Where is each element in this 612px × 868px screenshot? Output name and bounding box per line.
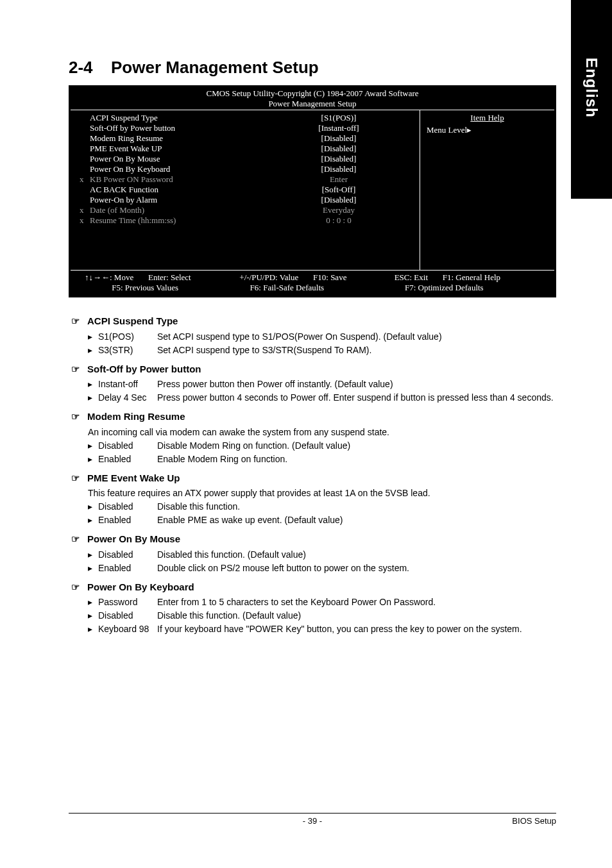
description-section: ☞Power On By Keyboard▸PasswordEnter from…: [69, 580, 556, 637]
bios-option-row[interactable]: Modem Ring Resume[Disabled]: [76, 133, 414, 144]
row-value: [S1(POS)]: [263, 113, 414, 123]
hand-icon: ☞: [71, 410, 80, 424]
row-mark: [76, 133, 90, 144]
row-value: [Disabled]: [263, 195, 414, 205]
item-help-title: Item Help: [427, 113, 548, 123]
option-row: ▸DisabledDisable this function. (Default…: [69, 609, 556, 622]
option-description: Enter from 1 to 5 characters to set the …: [157, 596, 556, 609]
row-mark: [76, 144, 90, 154]
footer-col-3: ESC: Exit F1: General Help F7: Optimized…: [395, 272, 549, 293]
option-description: Enable PME as wake up event. (Default va…: [157, 513, 556, 527]
side-tab-label: English: [582, 58, 600, 118]
row-value: [Disabled]: [263, 144, 414, 154]
hand-icon: ☞: [71, 580, 80, 595]
description-section: ☞PME Event Wake UpThis feature requires …: [69, 471, 556, 528]
bios-option-row[interactable]: Soft-Off by Power button[Instant-off]: [76, 123, 414, 133]
row-mark: [76, 195, 90, 205]
menu-level: Menu Level▸: [427, 125, 548, 135]
option-description: Disable Modem Ring on function. (Default…: [157, 439, 556, 453]
bios-title-1: CMOS Setup Utility-Copyright (C) 1984-20…: [71, 88, 554, 99]
option-label: S1(POS): [98, 330, 157, 344]
bullet-icon: ▸: [88, 596, 98, 609]
bios-option-row[interactable]: AC BACK Function[Soft-Off]: [76, 185, 414, 195]
option-row: ▸EnabledEnable PME as wake up event. (De…: [69, 513, 556, 527]
bios-help-panel: Item Help Menu Level▸: [420, 110, 554, 270]
row-label: PME Event Wake UP: [90, 144, 263, 154]
bios-option-row[interactable]: PME Event Wake UP[Disabled]: [76, 144, 414, 154]
row-value: [Instant-off]: [263, 123, 414, 133]
row-label: Soft-Off by Power button: [90, 123, 263, 133]
section-title: Power Management Setup: [111, 58, 319, 77]
bullet-icon: ▸: [88, 513, 98, 527]
row-mark: [76, 164, 90, 174]
description-section: ☞Power On By Mouse▸DisabledDisabled this…: [69, 532, 556, 575]
option-row: ▸Delay 4 SecPress power button 4 seconds…: [69, 391, 556, 405]
bios-option-row[interactable]: ACPI Suspend Type[S1(POS)]: [76, 113, 414, 123]
bios-title-2: Power Management Setup: [71, 99, 554, 109]
row-label: Power-On by Alarm: [90, 195, 263, 205]
section-note: This feature requires an ATX power suppl…: [69, 487, 556, 500]
row-value: [Disabled]: [263, 133, 414, 144]
bios-option-row[interactable]: xKB Power ON PasswordEnter: [76, 174, 414, 185]
bios-option-row[interactable]: Power-On by Alarm[Disabled]: [76, 195, 414, 205]
option-row: ▸S3(STR)Set ACPI suspend type to S3/STR(…: [69, 344, 556, 357]
row-label: ACPI Suspend Type: [90, 113, 263, 123]
option-label: Disabled: [98, 500, 157, 513]
option-description: Disable this function. (Default value): [157, 609, 556, 622]
option-description: Set ACPI suspend type to S1/POS(Power On…: [157, 330, 556, 344]
section-number: 2-4: [69, 58, 93, 77]
option-label: Password: [98, 596, 157, 609]
option-label: Enabled: [98, 513, 157, 527]
hand-icon: ☞: [71, 471, 80, 486]
row-label: Date (of Month): [90, 205, 263, 215]
row-value: Everyday: [263, 205, 414, 215]
option-row: ▸DisabledDisabled this function. (Defaul…: [69, 548, 556, 562]
option-row: ▸EnabledEnable Modem Ring on function.: [69, 453, 556, 466]
option-description: If your keyboard have "POWER Key" button…: [157, 622, 556, 636]
section-subtitle-text: Soft-Off by Power button: [87, 362, 201, 377]
row-value: [Soft-Off]: [263, 185, 414, 195]
section-subtitle-text: Modem Ring Resume: [87, 410, 185, 424]
section-subtitle-text: PME Event Wake Up: [87, 471, 180, 486]
option-description: Press power button 4 seconds to Power of…: [157, 391, 556, 405]
section-subtitle: ☞Soft-Off by Power button: [69, 362, 556, 377]
description-section: ☞Modem Ring ResumeAn incoming call via m…: [69, 410, 556, 466]
bios-option-row[interactable]: Power On By Mouse[Disabled]: [76, 154, 414, 164]
bullet-icon: ▸: [88, 330, 98, 344]
option-row: ▸Instant-offPress power button then Powe…: [69, 378, 556, 391]
section-subtitle: ☞PME Event Wake Up: [69, 471, 556, 486]
option-label: Enabled: [98, 562, 157, 575]
row-label: Resume Time (hh:mm:ss): [90, 215, 263, 226]
footer-page-number: - 39 -: [303, 816, 322, 826]
option-label: Disabled: [98, 609, 157, 622]
row-label: Modem Ring Resume: [90, 133, 263, 144]
bullet-icon: ▸: [88, 378, 98, 391]
option-label: Instant-off: [98, 378, 157, 391]
section-heading: 2-4 Power Management Setup: [69, 58, 556, 78]
bios-option-row[interactable]: xDate (of Month)Everyday: [76, 205, 414, 215]
option-row: ▸PasswordEnter from 1 to 5 characters to…: [69, 596, 556, 609]
bios-option-row[interactable]: Power On By Keyboard[Disabled]: [76, 164, 414, 174]
row-value: [Disabled]: [263, 154, 414, 164]
hand-icon: ☞: [71, 532, 80, 547]
row-label: Power On By Keyboard: [90, 164, 263, 174]
row-mark: x: [76, 205, 90, 215]
bullet-icon: ▸: [88, 439, 98, 453]
page-footer: - 39 - BIOS Setup: [69, 813, 556, 826]
row-mark: [76, 123, 90, 133]
descriptions: ☞ACPI Suspend Type▸S1(POS)Set ACPI suspe…: [69, 314, 556, 636]
bios-option-row[interactable]: xResume Time (hh:mm:ss)0 : 0 : 0: [76, 215, 414, 226]
footer-col-1: ↑↓→←: Move Enter: Select F5: Previous Va…: [85, 272, 239, 293]
bios-header: CMOS Setup Utility-Copyright (C) 1984-20…: [71, 87, 554, 110]
option-description: Press power button then Power off instan…: [157, 378, 556, 391]
hand-icon: ☞: [71, 362, 80, 377]
bullet-icon: ▸: [88, 453, 98, 466]
option-description: Enable Modem Ring on function.: [157, 453, 556, 466]
section-subtitle: ☞Modem Ring Resume: [69, 410, 556, 424]
option-row: ▸DisabledDisable Modem Ring on function.…: [69, 439, 556, 453]
section-subtitle-text: Power On By Keyboard: [87, 580, 194, 595]
side-tab: English: [571, 0, 612, 199]
section-subtitle-text: ACPI Suspend Type: [87, 314, 178, 329]
section-subtitle: ☞ACPI Suspend Type: [69, 314, 556, 329]
option-description: Set ACPI suspend type to S3/STR(Suspend …: [157, 344, 556, 357]
